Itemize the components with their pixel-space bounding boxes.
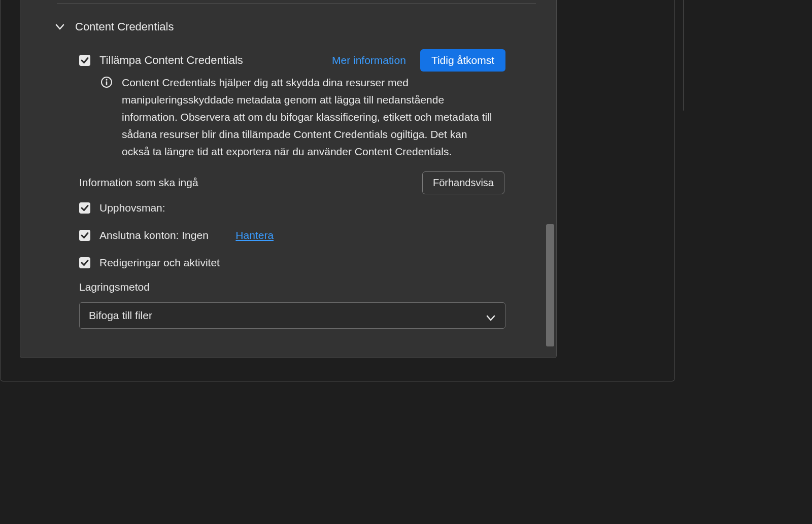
accounts-label: Anslutna konton: Ingen (99, 229, 209, 241)
vertical-divider (683, 0, 684, 111)
svg-point-1 (106, 79, 107, 81)
scrollbar-thumb[interactable] (546, 224, 554, 346)
section-header-content-credentials[interactable]: Content Credentials (55, 20, 174, 33)
chevron-down-icon (55, 23, 65, 30)
edits-label: Redigeringar och aktivitet (99, 257, 220, 269)
early-access-button[interactable]: Tidig åtkomst (420, 49, 505, 72)
producer-label: Upphovsman: (99, 202, 165, 214)
svg-rect-2 (106, 81, 108, 85)
apply-label: Tillämpa Content Credentials (99, 54, 243, 67)
section-divider (57, 3, 536, 4)
info-row: Content Credentials hjälper dig att skyd… (100, 74, 500, 160)
storage-dropdown-value: Bifoga till filer (89, 309, 152, 322)
edits-checkbox[interactable] (79, 257, 90, 268)
storage-dropdown[interactable]: Bifoga till filer (79, 302, 505, 329)
dialog-outer-frame: Content Credentials Tillämpa Content Cre… (0, 0, 675, 381)
settings-panel: Content Credentials Tillämpa Content Cre… (20, 0, 557, 358)
producer-checkbox[interactable] (79, 202, 90, 214)
section-title: Content Credentials (75, 20, 174, 33)
apply-actions: Mer information Tidig åtkomst (332, 49, 505, 72)
producer-row: Upphovsman: (79, 202, 165, 214)
info-icon (100, 76, 113, 88)
accounts-checkbox[interactable] (79, 230, 90, 241)
accounts-row: Anslutna konton: Ingen Hantera (79, 229, 274, 241)
apply-checkbox[interactable] (79, 55, 90, 66)
storage-label: Lagringsmetod (79, 281, 150, 293)
apply-row: Tillämpa Content Credentials Mer informa… (79, 49, 505, 72)
chevron-down-icon (486, 312, 496, 319)
include-heading: Information som ska ingå (79, 177, 198, 189)
scrollbar-track[interactable] (546, 1, 554, 356)
manage-link[interactable]: Hantera (235, 229, 274, 241)
info-text: Content Credentials hjälper dig att skyd… (122, 74, 492, 160)
edits-row: Redigeringar och aktivitet (79, 257, 220, 269)
preview-button[interactable]: Förhandsvisa (422, 171, 504, 194)
more-info-link[interactable]: Mer information (332, 54, 406, 66)
